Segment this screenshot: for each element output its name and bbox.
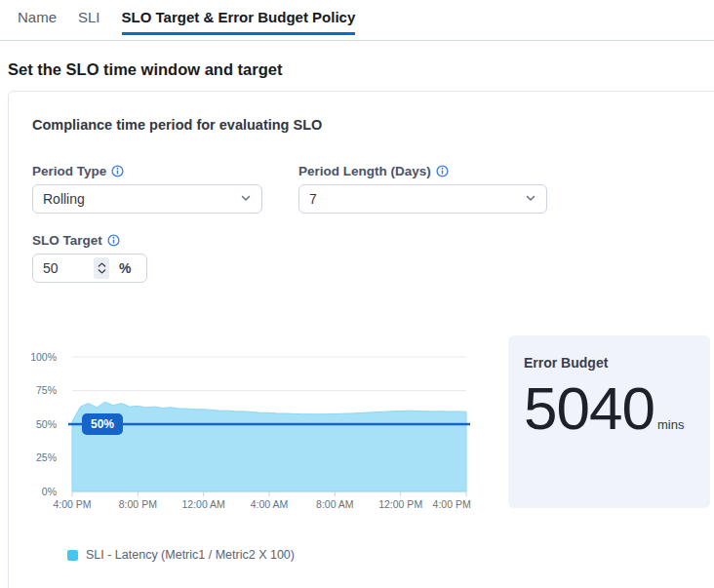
- chart-plot-area: [72, 357, 466, 503]
- tab-bar: Name SLI SLO Target & Error Budget Polic…: [0, 0, 714, 35]
- y-axis-label: 75%: [29, 384, 57, 396]
- info-icon[interactable]: [111, 165, 124, 177]
- period-type-label-text: Period Type: [32, 164, 106, 178]
- x-axis-label: 4:00 PM: [433, 498, 471, 510]
- percent-suffix: %: [119, 260, 131, 276]
- period-length-label: Period Length (Days): [298, 164, 547, 178]
- period-length-label-text: Period Length (Days): [298, 164, 431, 178]
- x-axis-label: 8:00 PM: [119, 498, 157, 510]
- period-type-select[interactable]: Rolling: [32, 184, 262, 214]
- y-axis-label: 100%: [29, 351, 57, 363]
- y-axis-label: 50%: [29, 418, 57, 430]
- y-axis-label: 0%: [29, 486, 57, 497]
- x-axis-label: 12:00 AM: [181, 498, 224, 510]
- sli-preview-chart: 100%75%50%25%0% 4:00 PM8:00 PM12:00 AM4:…: [32, 333, 491, 525]
- slo-time-window-panel: Compliance time period for evaluating SL…: [8, 91, 714, 588]
- page-title: Set the SLO time window and target: [8, 60, 714, 79]
- error-budget-value: 5040: [524, 375, 654, 442]
- chevron-down-icon: [240, 191, 252, 207]
- slo-target-input[interactable]: [43, 260, 94, 276]
- legend-item[interactable]: SLI - Latency (Metric1 / Metric2 X 100): [67, 548, 710, 562]
- section-title: Compliance time period for evaluating SL…: [32, 117, 710, 133]
- error-budget-card: Error Budget 5040 mins: [508, 335, 710, 508]
- period-type-label: Period Type: [32, 164, 262, 178]
- tab-sli[interactable]: SLI: [78, 9, 100, 35]
- sli-area-series: [72, 402, 466, 491]
- slo-target-input-group: %: [32, 254, 147, 283]
- x-axis-ticks: [72, 491, 466, 496]
- slo-target-group: SLO Target %: [32, 233, 710, 283]
- slo-target-label-text: SLO Target: [32, 233, 102, 248]
- x-axis-label: 8:00 AM: [316, 498, 354, 510]
- chart-section: 100%75%50%25%0% 4:00 PM8:00 PM12:00 AM4:…: [32, 333, 710, 525]
- x-axis-label: 12:00 PM: [378, 498, 422, 510]
- error-budget-unit: mins: [657, 417, 684, 432]
- x-axis-label: 4:00 AM: [251, 498, 289, 510]
- x-axis-label: 4:00 PM: [53, 498, 91, 510]
- chevron-down-icon: [525, 191, 536, 207]
- number-stepper[interactable]: [94, 257, 109, 279]
- slo-target-label: SLO Target: [32, 233, 710, 248]
- y-axis-label: 25%: [29, 451, 57, 463]
- threshold-badge: 50%: [82, 413, 123, 435]
- period-form-row: Period Type Rolling Period Length (Days): [32, 164, 710, 214]
- info-icon[interactable]: [436, 165, 449, 177]
- period-type-value: Rolling: [43, 191, 85, 207]
- legend-swatch: [67, 550, 78, 561]
- tabbar-divider: [0, 40, 714, 41]
- tab-name[interactable]: Name: [18, 9, 57, 35]
- tab-slo-target[interactable]: SLO Target & Error Budget Policy: [122, 9, 356, 35]
- error-budget-title: Error Budget: [524, 355, 694, 371]
- period-length-value: 7: [309, 191, 317, 207]
- info-icon[interactable]: [107, 234, 120, 247]
- period-length-select[interactable]: 7: [298, 184, 547, 214]
- legend-label: SLI - Latency (Metric1 / Metric2 X 100): [86, 548, 295, 562]
